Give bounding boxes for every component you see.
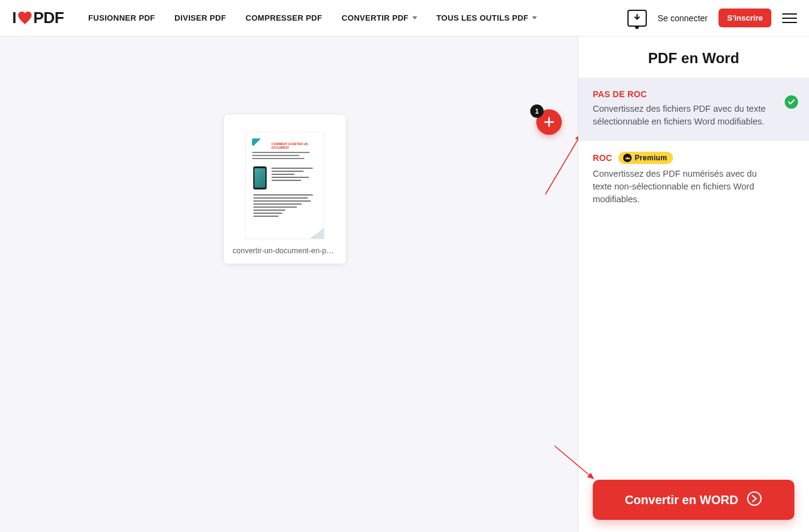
file-name: convertir-un-document-en-pdf ... bbox=[233, 247, 337, 255]
logo-prefix: I bbox=[12, 9, 16, 27]
option-no-ocr[interactable]: PAS DE ROC Convertissez des fichiers PDF… bbox=[578, 78, 809, 140]
nav-merge-label: FUSIONNER PDF bbox=[88, 13, 155, 22]
sidebar-title: PDF en Word bbox=[578, 36, 809, 78]
chevron-down-icon bbox=[532, 16, 537, 19]
nav-split[interactable]: DIVISER PDF bbox=[174, 13, 226, 22]
file-thumbnail: COMMENT ACHETER UN DOCUMENT bbox=[245, 132, 324, 239]
option-no-ocr-label: PAS DE ROC bbox=[593, 89, 773, 99]
file-card[interactable]: COMMENT ACHETER UN DOCUMENT convertir-un… bbox=[224, 115, 346, 264]
nav-compress[interactable]: COMPRESSER PDF bbox=[245, 13, 322, 22]
svg-line-0 bbox=[545, 135, 581, 194]
heart-icon bbox=[18, 12, 32, 25]
nav-convert-label: CONVERTIR PDF bbox=[342, 13, 409, 22]
logo[interactable]: I PDF bbox=[12, 9, 64, 27]
arrow-right-circle-icon bbox=[746, 491, 762, 510]
chevron-down-icon bbox=[412, 16, 417, 19]
crown-icon bbox=[623, 154, 632, 162]
top-header: I PDF FUSIONNER PDF DIVISER PDF COMPRESS… bbox=[0, 0, 809, 36]
login-link[interactable]: Se connecter bbox=[658, 13, 708, 23]
option-ocr[interactable]: ROC Premium Convertissez des PDF numéris… bbox=[578, 140, 809, 218]
svg-point-2 bbox=[748, 492, 761, 505]
convert-button-label: Convertir en WORD bbox=[625, 493, 739, 507]
premium-label: Premium bbox=[635, 154, 667, 162]
signup-button[interactable]: S'inscrire bbox=[719, 9, 771, 27]
nav-all-tools[interactable]: TOUS LES OUTILS PDF bbox=[437, 13, 537, 22]
option-ocr-label: ROC Premium bbox=[593, 152, 773, 164]
nav-all-tools-label: TOUS LES OUTILS PDF bbox=[437, 13, 528, 22]
menu-icon[interactable] bbox=[782, 13, 797, 23]
main-nav: FUSIONNER PDF DIVISER PDF COMPRESSER PDF… bbox=[88, 13, 627, 22]
logo-suffix: PDF bbox=[33, 9, 64, 27]
option-ocr-desc: Convertissez des PDF numérisés avec du t… bbox=[593, 168, 773, 206]
plus-icon bbox=[544, 117, 555, 128]
nav-convert[interactable]: CONVERTIR PDF bbox=[342, 13, 417, 22]
options-sidebar: PDF en Word PAS DE ROC Convertissez des … bbox=[578, 36, 809, 532]
file-count-badge: 1 bbox=[530, 104, 544, 118]
main-area: COMMENT ACHETER UN DOCUMENT convertir-un… bbox=[0, 36, 809, 532]
premium-badge: Premium bbox=[618, 152, 673, 164]
nav-merge[interactable]: FUSIONNER PDF bbox=[88, 13, 155, 22]
nav-compress-label: COMPRESSER PDF bbox=[245, 13, 322, 22]
option-ocr-label-text: ROC bbox=[593, 153, 612, 163]
download-desktop-icon[interactable] bbox=[627, 10, 647, 27]
nav-split-label: DIVISER PDF bbox=[174, 13, 226, 22]
header-right: Se connecter S'inscrire bbox=[627, 9, 797, 27]
option-no-ocr-desc: Convertissez des fichiers PDF avec du te… bbox=[593, 103, 773, 128]
convert-button[interactable]: Convertir en WORD bbox=[593, 480, 794, 520]
workspace: COMMENT ACHETER UN DOCUMENT convertir-un… bbox=[0, 36, 578, 532]
add-file-button[interactable]: 1 bbox=[536, 109, 562, 135]
check-icon bbox=[785, 95, 798, 109]
